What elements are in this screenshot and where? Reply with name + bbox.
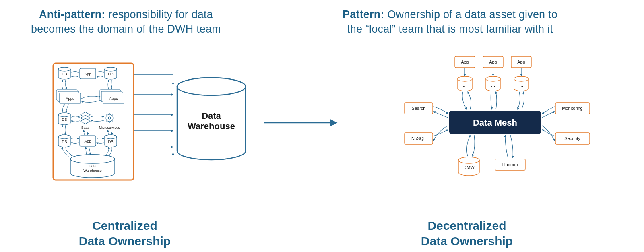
svg-text:Apps: Apps — [109, 96, 118, 101]
app-node-top: App — [80, 68, 96, 79]
source-to-dw-arrows — [134, 74, 173, 165]
svg-text:Saas: Saas — [81, 126, 90, 130]
svg-text:DB: DB — [108, 139, 113, 144]
pattern-label: Pattern: — [343, 8, 384, 21]
mesh-cyl-2: ... — [486, 76, 500, 91]
app-node-bottom: App — [80, 136, 96, 146]
mesh-cyl-3: ... — [514, 76, 528, 91]
pattern-text-line2: the “local” team that is most familiar w… — [347, 23, 553, 35]
decentralized-line2: Data Ownership — [421, 234, 513, 248]
decentralized-diagram: App App App ... ... — [382, 52, 608, 197]
svg-text:Data Mesh: Data Mesh — [473, 118, 517, 128]
svg-text:Security: Security — [564, 136, 580, 141]
search-node: Search — [405, 103, 433, 114]
mesh-app-2: App — [483, 56, 503, 68]
monitoring-node: Monitoring — [555, 103, 590, 114]
data-warehouse-cylinder: Data Warehouse — [177, 78, 246, 160]
mesh-app-3: App — [511, 56, 531, 68]
svg-text:...: ... — [519, 82, 523, 88]
dmw-node: DMW — [458, 157, 479, 176]
centralized-line2: Data Ownership — [79, 234, 171, 248]
svg-text:Hadoop: Hadoop — [502, 162, 518, 167]
anti-pattern-label: Anti-pattern: — [39, 8, 105, 21]
mesh-app-1: App — [455, 56, 475, 68]
db-node-3: DB — [58, 113, 70, 125]
svg-line-33 — [112, 115, 113, 116]
svg-point-2 — [177, 78, 246, 95]
svg-text:Warehouse: Warehouse — [83, 169, 102, 173]
svg-text:DB: DB — [62, 117, 67, 122]
transition-arrow-icon — [264, 119, 340, 127]
db-node-5: DB — [105, 135, 117, 147]
svg-point-65 — [514, 76, 528, 81]
centralized-line1: Centralized — [92, 219, 157, 232]
svg-point-46 — [70, 155, 115, 163]
big-dw-label-2: Warehouse — [188, 121, 235, 131]
svg-text:Monitoring: Monitoring — [562, 106, 582, 111]
pattern-text-line1: Ownership of a data asset given to — [384, 8, 557, 21]
svg-text:App: App — [85, 72, 91, 76]
svg-point-59 — [458, 76, 472, 81]
svg-text:DB: DB — [62, 72, 67, 76]
anti-pattern-text-line1: responsibility for data — [105, 8, 213, 21]
svg-line-34 — [106, 115, 107, 116]
pattern-heading: Pattern: Ownership of a data asset given… — [265, 7, 635, 37]
data-mesh-core: Data Mesh — [449, 111, 541, 134]
small-dw-cylinder: Data Warehouse — [70, 155, 115, 178]
hadoop-node: Hadoop — [495, 159, 525, 170]
centralized-diagram: Data Warehouse DB App — [52, 62, 258, 191]
svg-marker-24 — [80, 118, 90, 124]
svg-point-35 — [108, 117, 111, 119]
svg-text:App: App — [85, 139, 91, 143]
nosql-node: NoSQL — [405, 133, 433, 144]
svg-text:Search: Search — [412, 106, 426, 111]
svg-text:App: App — [489, 60, 497, 64]
security-node: Security — [555, 133, 590, 144]
db-node-4: DB — [58, 135, 70, 147]
svg-text:Data: Data — [89, 164, 96, 168]
db-node-2: DB — [105, 67, 117, 79]
centralized-title: Centralized Data Ownership — [52, 218, 197, 248]
svg-point-80 — [458, 157, 479, 163]
db-node-1: DB — [58, 67, 70, 79]
svg-text:App: App — [461, 60, 469, 64]
saas-node: Saas — [80, 112, 90, 130]
anti-pattern-heading: Anti-pattern: responsibility for data be… — [8, 7, 244, 37]
microservices-node: Microservices — [99, 113, 120, 130]
svg-line-32 — [106, 120, 107, 121]
svg-line-31 — [112, 120, 113, 121]
decentralized-line1: Decentralized — [427, 219, 506, 232]
svg-text:Apps: Apps — [66, 96, 74, 101]
mesh-cyl-1: ... — [458, 76, 472, 91]
svg-text:DB: DB — [62, 139, 67, 144]
apps-stack-left: Apps — [56, 90, 80, 103]
decentralized-title: Decentralized Data Ownership — [386, 218, 547, 248]
svg-text:...: ... — [463, 82, 467, 88]
svg-text:NoSQL: NoSQL — [411, 136, 426, 141]
svg-text:DB: DB — [108, 72, 113, 76]
svg-text:App: App — [517, 60, 525, 64]
svg-text:DMW: DMW — [463, 165, 475, 170]
svg-point-62 — [486, 76, 500, 81]
anti-pattern-text-line2: becomes the domain of the DWH team — [31, 23, 221, 35]
svg-text:...: ... — [491, 82, 495, 88]
svg-text:Microservices: Microservices — [99, 126, 120, 130]
apps-stack-right: Apps — [100, 90, 124, 103]
big-dw-label-1: Data — [202, 111, 221, 121]
app-to-cyl-arrows — [465, 68, 521, 76]
